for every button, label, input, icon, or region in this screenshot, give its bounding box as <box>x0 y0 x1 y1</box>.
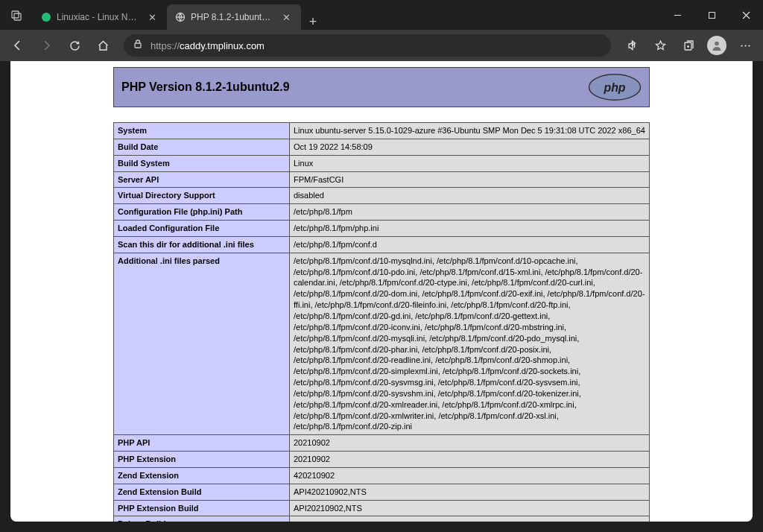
window-titlebar: Linuxiac - Linux News, ✕ PHP 8.1.2-1ubun… <box>0 0 763 30</box>
table-row: Scan this dir for additional .ini files/… <box>114 236 650 253</box>
table-row: Server APIFPM/FastCGI <box>114 171 650 188</box>
table-row: PHP API20210902 <box>114 435 650 452</box>
config-key: Configuration File (php.ini) Path <box>114 204 290 221</box>
page-title: PHP Version 8.1.2-1ubuntu2.9 <box>121 80 588 94</box>
profile-button[interactable] <box>703 34 730 57</box>
close-icon[interactable]: ✕ <box>279 10 294 25</box>
phpinfo-header: PHP Version 8.1.2-1ubuntu2.9 php <box>113 67 650 107</box>
config-key: Server API <box>114 171 290 188</box>
table-row: Configuration File (php.ini) Path/etc/ph… <box>114 204 650 221</box>
close-window-button[interactable] <box>729 0 763 30</box>
tab-phpinfo[interactable]: PHP 8.1.2-1ubuntu2.9 ✕ <box>167 4 301 30</box>
svg-rect-0 <box>12 11 19 18</box>
config-key: Build Date <box>114 139 290 155</box>
home-button[interactable] <box>89 34 116 57</box>
svg-rect-1 <box>14 13 21 20</box>
table-row: Build SystemLinux <box>114 155 650 171</box>
config-value: Oct 19 2022 14:58:09 <box>290 139 650 155</box>
config-value: no <box>290 516 650 522</box>
config-key: PHP Extension Build <box>114 500 290 516</box>
tab-strip: Linuxiac - Linux News, ✕ PHP 8.1.2-1ubun… <box>33 0 325 30</box>
lock-icon <box>133 39 143 52</box>
new-tab-button[interactable]: + <box>301 14 325 30</box>
tab-label: PHP 8.1.2-1ubuntu2.9 <box>191 12 275 22</box>
config-value: FPM/FastCGI <box>290 171 650 188</box>
svg-rect-8 <box>135 43 141 48</box>
svg-text:php: php <box>603 81 625 94</box>
back-button[interactable] <box>4 34 31 57</box>
page-viewport[interactable]: PHP Version 8.1.2-1ubuntu2.9 php SystemL… <box>10 61 753 522</box>
table-row: Zend Extension420210902 <box>114 467 650 484</box>
favorites-button[interactable] <box>647 34 674 57</box>
address-bar[interactable]: https://caddy.tmplinux.com <box>124 34 611 57</box>
svg-point-14 <box>744 45 746 46</box>
config-value: 20210902 <box>290 452 650 468</box>
table-row: PHP Extension20210902 <box>114 452 650 468</box>
config-key: Scan this dir for additional .ini files <box>114 236 290 253</box>
config-value: Linux <box>290 155 650 171</box>
svg-point-15 <box>748 45 750 46</box>
browser-toolbar: https://caddy.tmplinux.com <box>0 30 763 61</box>
favicon-icon <box>174 11 186 23</box>
close-icon[interactable]: ✕ <box>145 10 159 25</box>
menu-button[interactable] <box>732 34 759 57</box>
table-row: Build DateOct 19 2022 14:58:09 <box>114 139 650 155</box>
collections-button[interactable] <box>675 34 702 57</box>
php-logo-icon: php <box>588 73 642 101</box>
config-value: 420210902 <box>290 467 650 484</box>
avatar-icon <box>707 36 726 55</box>
svg-point-2 <box>42 13 51 22</box>
url-text: https://caddy.tmplinux.com <box>151 40 265 51</box>
config-value: /etc/php/8.1/fpm/conf.d/10-mysqlnd.ini, … <box>290 253 650 435</box>
table-row: PHP Extension BuildAPI20210902,NTS <box>114 500 650 516</box>
forward-button[interactable] <box>33 34 60 57</box>
favicon-icon <box>40 11 52 23</box>
config-value: Linux ubuntu-server 5.15.0-1029-azure #3… <box>290 123 650 139</box>
config-key: Loaded Configuration File <box>114 221 290 237</box>
config-value: disabled <box>290 188 650 204</box>
phpinfo-table: SystemLinux ubuntu-server 5.15.0-1029-az… <box>113 122 650 522</box>
svg-rect-5 <box>709 12 715 18</box>
tab-label: Linuxiac - Linux News, <box>57 12 141 22</box>
minimize-button[interactable] <box>660 0 694 30</box>
table-row: Zend Extension BuildAPI420210902,NTS <box>114 484 650 500</box>
config-key: PHP API <box>114 435 290 452</box>
config-value: 20210902 <box>290 435 650 452</box>
maximize-button[interactable] <box>694 0 729 30</box>
config-value: API20210902,NTS <box>290 500 650 516</box>
table-row: Additional .ini files parsed/etc/php/8.1… <box>114 253 650 435</box>
svg-point-12 <box>715 42 719 46</box>
config-key: Zend Extension Build <box>114 484 290 500</box>
table-row: Virtual Directory Supportdisabled <box>114 188 650 204</box>
config-key: Virtual Directory Support <box>114 188 290 204</box>
config-key: Additional .ini files parsed <box>114 253 290 435</box>
read-aloud-button[interactable] <box>618 34 645 57</box>
tab-linuxiac[interactable]: Linuxiac - Linux News, ✕ <box>33 4 167 30</box>
tab-actions-icon[interactable] <box>0 9 33 21</box>
table-row: Debug Buildno <box>114 516 650 522</box>
svg-point-13 <box>741 45 742 46</box>
config-value: /etc/php/8.1/fpm <box>290 204 650 221</box>
config-value: /etc/php/8.1/fpm/conf.d <box>290 236 650 253</box>
table-row: Loaded Configuration File/etc/php/8.1/fp… <box>114 221 650 237</box>
table-row: SystemLinux ubuntu-server 5.15.0-1029-az… <box>114 123 650 139</box>
config-value: /etc/php/8.1/fpm/php.ini <box>290 221 650 237</box>
phpinfo-container: PHP Version 8.1.2-1ubuntu2.9 php SystemL… <box>113 67 650 522</box>
refresh-button[interactable] <box>61 34 88 57</box>
config-key: Debug Build <box>114 516 290 522</box>
config-key: Zend Extension <box>114 467 290 484</box>
config-key: System <box>114 123 290 139</box>
config-key: PHP Extension <box>114 452 290 468</box>
config-value: API420210902,NTS <box>290 484 650 500</box>
config-key: Build System <box>114 155 290 171</box>
